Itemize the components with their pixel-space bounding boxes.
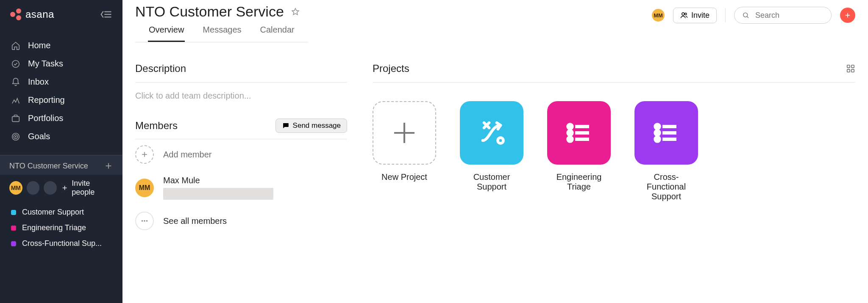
nav-home[interactable]: Home (0, 36, 122, 55)
project-grid: New Project Customer Support (373, 83, 855, 201)
nav-label: Portfolios (28, 113, 63, 123)
sidebar-project-list: Customer Support Engineering Triage Cros… (0, 204, 122, 260)
svg-point-38 (655, 124, 659, 129)
primary-nav: Home My Tasks Inbox Reporting Portfolios… (0, 29, 122, 155)
project-card[interactable]: Engineering Triage (547, 101, 611, 201)
project-card[interactable]: Customer Support (460, 101, 523, 201)
svg-point-32 (568, 124, 572, 129)
goals-icon (11, 132, 20, 141)
search-icon (742, 11, 749, 19)
search-box[interactable] (734, 7, 832, 24)
asana-logo[interactable]: asana (10, 8, 54, 20)
send-message-button[interactable]: Send message (275, 118, 347, 133)
nav-reporting[interactable]: Reporting (0, 91, 122, 109)
nav-label: Goals (28, 132, 50, 141)
collapse-sidebar-button[interactable] (100, 8, 112, 21)
portfolio-icon (11, 114, 20, 123)
invite-label: Invite (691, 11, 709, 20)
svg-point-20 (142, 220, 143, 222)
asana-wordmark: asana (25, 8, 54, 20)
project-label: Engineering Triage (22, 223, 86, 232)
plus-icon (140, 150, 149, 159)
grid-view-icon[interactable] (846, 64, 855, 73)
add-member-label: Add member (163, 150, 212, 160)
more-icon (135, 212, 154, 230)
project-card[interactable]: Cross-Functional Support (634, 101, 698, 201)
plus-icon[interactable] (104, 161, 113, 171)
member-avatar: MM (135, 179, 154, 197)
svg-line-15 (747, 17, 748, 18)
tabs: Overview Messages Calendar (135, 20, 308, 42)
svg-point-7 (15, 136, 16, 137)
empty-avatar (44, 181, 57, 195)
svg-point-34 (568, 131, 572, 135)
svg-point-12 (682, 13, 684, 15)
new-project-card[interactable]: New Project (373, 101, 436, 201)
star-icon[interactable] (291, 7, 300, 17)
reporting-icon (11, 96, 20, 105)
nav-label: Inbox (28, 77, 49, 87)
title-row: NTO Customer Service (135, 3, 308, 20)
invite-button[interactable]: Invite (673, 8, 717, 23)
nav-inbox[interactable]: Inbox (0, 73, 122, 91)
description-placeholder[interactable]: Click to add team description... (135, 83, 347, 101)
svg-point-36 (568, 137, 572, 141)
tab-messages[interactable]: Messages (202, 25, 242, 42)
nav-label: My Tasks (28, 59, 63, 69)
svg-rect-24 (851, 65, 854, 68)
empty-avatar (27, 181, 40, 195)
member-name: Max Mule (163, 176, 273, 185)
nav-label: Reporting (28, 95, 65, 105)
svg-rect-4 (12, 116, 19, 121)
project-name: Customer Support (460, 172, 523, 192)
see-all-members-row[interactable]: See all members (135, 206, 347, 236)
svg-point-3 (12, 60, 19, 67)
nav-portfolios[interactable]: Portfolios (0, 109, 122, 127)
sidebar-project-item[interactable]: Engineering Triage (0, 220, 122, 236)
members-section: Members Send message Add member MM Ma (135, 118, 347, 236)
menu-collapse-icon (100, 8, 112, 21)
chat-icon (282, 122, 289, 129)
projects-header: Projects (373, 63, 855, 83)
sidebar-project-item[interactable]: Cross-Functional Sup... (0, 236, 122, 251)
svg-point-31 (498, 138, 503, 143)
description-title: Description (135, 63, 347, 83)
check-circle-icon (11, 59, 20, 69)
project-tile (547, 101, 611, 165)
see-all-label: See all members (163, 216, 227, 226)
workspace-header[interactable]: NTO Customer Service (0, 155, 122, 175)
members-title: Members (135, 120, 178, 132)
svg-rect-25 (847, 69, 850, 72)
projects-title: Projects (373, 63, 409, 74)
member-avatar[interactable]: MM (9, 181, 22, 195)
member-row[interactable]: MM Max Mule (135, 170, 347, 206)
plus-icon (61, 184, 68, 192)
plus-icon (844, 11, 851, 19)
workspace-members-row: MM Invite people (0, 175, 122, 204)
svg-point-40 (655, 131, 659, 135)
page-header: NTO Customer Service Overview Messages C… (122, 0, 868, 42)
home-icon (11, 41, 20, 50)
project-tile (460, 101, 523, 165)
bell-icon (11, 77, 20, 87)
nav-goals[interactable]: Goals (0, 127, 122, 146)
right-column: Projects New Project (373, 63, 855, 236)
header-avatar[interactable]: MM (652, 9, 665, 22)
tab-calendar[interactable]: Calendar (259, 25, 295, 42)
nav-label: Home (28, 41, 50, 50)
tab-overview[interactable]: Overview (148, 25, 185, 42)
list-icon (651, 118, 682, 148)
svg-point-21 (144, 220, 145, 222)
add-member-row[interactable]: Add member (135, 139, 347, 170)
main-area: NTO Customer Service Overview Messages C… (122, 0, 868, 303)
global-add-button[interactable] (840, 8, 855, 23)
nav-my-tasks[interactable]: My Tasks (0, 55, 122, 73)
search-input[interactable] (754, 11, 823, 20)
people-icon (680, 11, 688, 19)
workflow-icon (476, 118, 507, 148)
svg-point-42 (655, 137, 659, 141)
sidebar: asana Home My Tasks Inbox Reporting Port… (0, 0, 122, 303)
invite-people-button[interactable]: Invite people (61, 179, 113, 197)
asana-dots-icon (10, 8, 22, 20)
sidebar-project-item[interactable]: Customer Support (0, 204, 122, 220)
